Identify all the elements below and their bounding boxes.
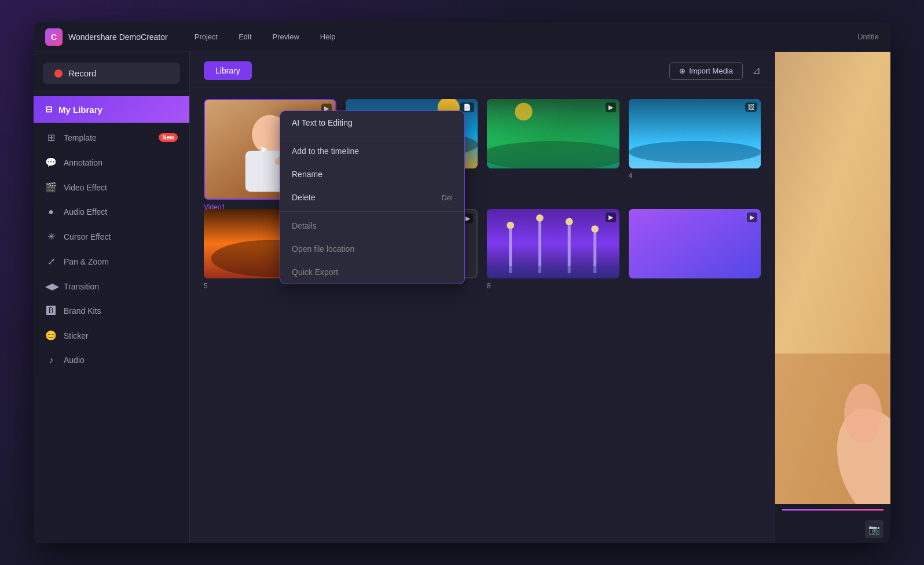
ctx-ai-text-editing[interactable]: AI Text to Editing (280, 111, 464, 134)
sidebar-item-cursor-effect[interactable]: ✳ Cursor Effect (34, 224, 189, 249)
app-logo-icon: C (45, 28, 63, 46)
record-dot-icon (54, 69, 63, 78)
ctx-delete[interactable]: Delete Del (280, 186, 464, 209)
audio-icon: ♪ (45, 355, 57, 365)
list-item[interactable]: 🖼 4 (629, 99, 761, 200)
menu-edit[interactable]: Edit (235, 30, 255, 43)
svg-point-29 (844, 384, 882, 444)
ctx-divider-1 (280, 137, 464, 137)
sidebar-item-my-library[interactable]: ⊟ My Library (34, 96, 189, 123)
list-item[interactable]: ▶ (487, 99, 619, 200)
sidebar-item-sticker[interactable]: 😊 Sticker (34, 323, 189, 348)
layers-icon: ⊟ (45, 104, 53, 115)
media-thumbnail: ▶ (629, 209, 761, 278)
new-badge: New (159, 133, 178, 142)
list-item[interactable]: ▶ (629, 209, 761, 290)
media-grid-container: ➤ ▶ Video1 (190, 87, 775, 543)
sticker-icon: 😊 (45, 330, 57, 341)
ctx-delete-key: Del (441, 193, 453, 202)
sidebar-item-annotation[interactable]: 💬 Annotation (34, 150, 189, 175)
media-label: 8 (487, 282, 619, 290)
svg-rect-24 (487, 266, 619, 278)
audio-effect-icon: ● (45, 207, 57, 217)
app-window: C Wondershare DemoCreator Project Edit P… (34, 22, 890, 543)
sidebar-item-pan-zoom[interactable]: ⤢ Pan & Zoom (34, 249, 189, 274)
ctx-add-timeline[interactable]: Add to the timeline (280, 140, 464, 163)
sidebar-nav: ⊟ My Library ⊞ Template New 💬 Annotation… (34, 91, 189, 543)
svg-rect-17 (538, 222, 541, 273)
toolbar-top: Record (34, 52, 189, 91)
video-effect-icon: 🎬 (45, 182, 57, 193)
svg-point-12 (629, 141, 761, 163)
preview-panel: 📷 (775, 52, 890, 543)
cursor-effect-icon: ✳ (45, 231, 57, 242)
svg-point-21 (536, 214, 544, 222)
svg-rect-25 (629, 209, 761, 278)
svg-point-10 (515, 103, 532, 120)
template-icon: ⊞ (45, 132, 57, 143)
sidebar: Record ⊟ My Library ⊞ Template New 💬 Ann… (34, 52, 190, 543)
brand-kits-icon: 🅱 (45, 306, 57, 316)
svg-point-20 (507, 222, 514, 229)
media-label: 4 (629, 172, 761, 180)
preview-image (775, 52, 890, 504)
video-type-icon: ▶ (606, 212, 616, 222)
media-thumbnail: ▶ (487, 209, 619, 278)
media-thumbnail: 🖼 (629, 99, 761, 168)
video-type-icon: ▶ (606, 102, 616, 112)
record-button[interactable]: Record (43, 63, 180, 84)
svg-point-9 (487, 141, 619, 168)
context-menu: AI Text to Editing Add to the timeline R… (280, 111, 465, 284)
media-thumbnail: ▶ (487, 99, 619, 168)
ctx-rename[interactable]: Rename (280, 163, 464, 186)
titlebar: C Wondershare DemoCreator Project Edit P… (34, 22, 890, 52)
sidebar-item-audio[interactable]: ♪ Audio (34, 348, 189, 372)
video-type-icon: ▶ (747, 212, 757, 222)
filter-icon[interactable]: ⊿ (752, 64, 761, 77)
sidebar-item-transition[interactable]: ◀▶ Transition (34, 274, 189, 299)
ctx-open-location[interactable]: Open file location (280, 237, 464, 261)
app-title: Wondershare DemoCreator (68, 32, 168, 42)
ctx-details[interactable]: Details (280, 214, 464, 237)
menu-bar: Project Edit Preview Help (191, 30, 857, 43)
snapshot-button[interactable]: 📷 (865, 520, 883, 538)
sidebar-item-audio-effect[interactable]: ● Audio Effect (34, 200, 189, 224)
preview-controls: 📷 (775, 515, 890, 543)
preview-progress-bar (782, 509, 883, 511)
main-area: Record ⊟ My Library ⊞ Template New 💬 Ann… (34, 52, 890, 543)
menu-help[interactable]: Help (317, 30, 339, 43)
sidebar-item-video-effect[interactable]: 🎬 Video Effect (34, 175, 189, 200)
transition-icon: ◀▶ (45, 281, 57, 292)
untitled-label: Untitle (857, 32, 879, 41)
library-tab[interactable]: Library (204, 61, 252, 80)
list-item[interactable]: ▶ 8 (487, 209, 619, 290)
ctx-quick-export[interactable]: Quick Export (280, 261, 464, 284)
main-panel: Library ⊕ Import Media ⊿ (190, 52, 775, 543)
pan-zoom-icon: ⤢ (45, 256, 57, 267)
logo-area: C Wondershare DemoCreator (45, 28, 168, 46)
menu-project[interactable]: Project (191, 30, 221, 43)
sidebar-item-brand-kits[interactable]: 🅱 Brand Kits (34, 299, 189, 323)
library-header: Library ⊕ Import Media ⊿ (190, 52, 775, 87)
svg-point-23 (591, 225, 599, 233)
svg-point-22 (566, 218, 573, 225)
plus-circle-icon: ⊕ (679, 67, 685, 75)
ctx-divider-2 (280, 211, 464, 212)
import-media-button[interactable]: ⊕ Import Media (669, 62, 743, 80)
library-actions: ⊕ Import Media ⊿ (669, 62, 761, 80)
camera-icon: 📷 (868, 524, 880, 535)
file-type-icon: 📄 (460, 102, 474, 112)
sidebar-item-template[interactable]: ⊞ Template New (34, 125, 189, 150)
image-type-icon: 🖼 (745, 102, 757, 112)
menu-preview[interactable]: Preview (269, 30, 303, 43)
annotation-icon: 💬 (45, 157, 57, 168)
